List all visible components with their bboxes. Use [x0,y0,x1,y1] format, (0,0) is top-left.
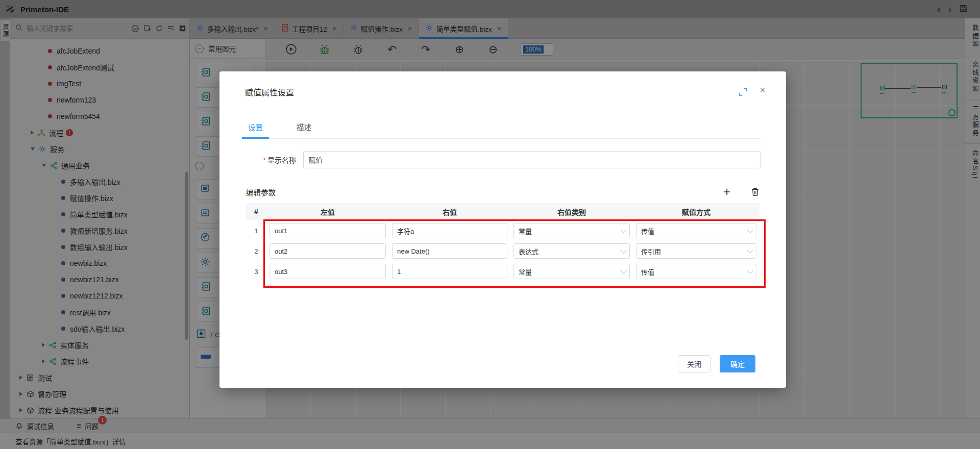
row-index: 1 [246,227,266,235]
col-index: # [246,208,266,216]
chevron-down-icon [747,227,753,233]
tab-settings[interactable]: 设置 [245,121,266,138]
row-index: 2 [246,247,266,255]
chevron-down-icon [620,267,627,274]
right-value-cell [392,264,507,279]
dialog-footer: 关闭 确定 [678,355,755,372]
assign-mode-select[interactable]: 传引用 [636,243,756,259]
col-right-type: 右值类别 [510,207,633,217]
row-index: 3 [246,268,266,276]
param-row: 1常量传值 [246,220,760,241]
right-type-select[interactable]: 常量 [513,223,630,238]
assign-mode-select[interactable]: 传值 [636,223,756,238]
params-table: # 左值 右值 右值类别 赋值方式 1常量传值2表达式传引用3常量传值 [246,203,760,282]
left-value-cell [270,243,386,259]
assign-mode-value: 传值 [641,226,654,236]
dialog-title: 赋值属性设置 [245,86,294,98]
right-type-value: 表达式 [519,246,538,256]
display-name-row: *显示名称 [245,151,761,168]
chevron-down-icon [747,247,753,254]
col-left-value: 左值 [266,207,389,217]
left-value-input[interactable] [270,247,385,255]
tab-description[interactable]: 描述 [293,121,314,138]
assign-mode-value: 传引用 [641,246,661,256]
chevron-down-icon [747,267,753,274]
edit-params-label: 编辑参数 [246,187,276,197]
display-name-label: *显示名称 [245,155,303,165]
display-name-input[interactable] [303,151,761,168]
required-asterisk: * [263,156,266,164]
col-right-value: 右值 [389,207,510,217]
params-table-header: # 左值 右值 右值类别 赋值方式 [246,203,760,220]
ok-button[interactable]: 确定 [720,355,755,372]
assign-mode-value: 传值 [641,267,654,277]
close-icon[interactable]: × [760,85,766,95]
right-value-input[interactable] [393,247,507,255]
assign-mode-select[interactable]: 传值 [636,264,756,279]
edit-params-row: 编辑参数 + [246,186,760,198]
col-assign-mode: 赋值方式 [633,207,760,217]
right-type-value: 常量 [519,267,532,277]
chevron-down-icon [620,247,627,254]
right-value-cell [392,223,507,238]
right-type-select[interactable]: 常量 [513,264,630,279]
right-type-value: 常量 [519,226,532,236]
assignment-properties-dialog: 赋值属性设置 × 设置 描述 *显示名称 编辑参数 + # 左值 右值 右值类别… [219,71,786,388]
left-value-input[interactable] [270,268,385,276]
delete-row-icon[interactable] [751,187,760,196]
add-row-icon[interactable]: + [723,186,730,198]
right-value-cell [392,243,507,259]
right-type-select[interactable]: 表达式 [513,243,630,259]
param-row: 2表达式传引用 [246,241,760,261]
right-value-input[interactable] [393,268,507,276]
maximize-icon[interactable] [739,88,747,98]
right-value-input[interactable] [393,227,507,235]
left-value-cell [270,223,386,238]
close-button[interactable]: 关闭 [678,355,710,372]
dialog-tabs: 设置 描述 [245,121,761,139]
left-value-cell [270,264,386,279]
param-row: 3常量传值 [246,261,760,282]
left-value-input[interactable] [270,227,385,235]
chevron-down-icon [620,227,627,233]
